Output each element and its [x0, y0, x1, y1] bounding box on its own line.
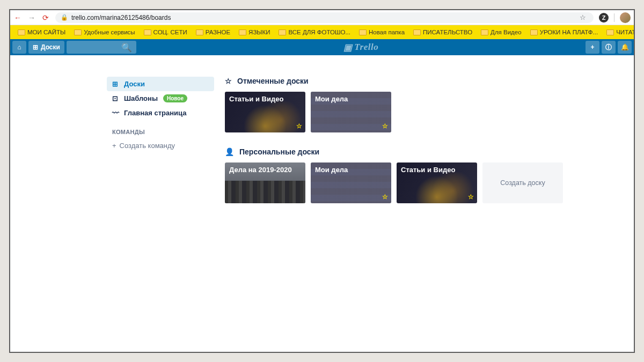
board-card[interactable]: Статьи и Видео ☆: [397, 162, 477, 203]
bookmarks-bar: МОИ САЙТЫ Удобные сервисы СОЦ. СЕТИ РАЗН…: [10, 25, 634, 39]
board-card[interactable]: Мои дела ☆: [311, 162, 391, 203]
section-title-teams: КОМАНДЫ: [107, 120, 214, 138]
star-icon[interactable]: ☆: [296, 122, 302, 130]
bookmark-folder[interactable]: Удобные сервисы: [71, 29, 138, 35]
board-card[interactable]: Мои дела ☆: [311, 92, 391, 132]
bookmark-folder[interactable]: ЧИТАТЬ и Считать: [603, 29, 634, 35]
url-text: trello.com/marina26125486/boards: [71, 14, 171, 21]
boards-icon: ⊞: [112, 80, 120, 88]
boards-button[interactable]: ⊞Доски: [28, 41, 64, 54]
url-bar[interactable]: 🔒 trello.com/marina26125486/boards ☆: [55, 12, 594, 23]
bookmark-folder[interactable]: МОИ САЙТЫ: [14, 29, 69, 35]
sidebar-item-home[interactable]: 〰 Главная страница: [107, 106, 214, 120]
pulse-icon: 〰: [112, 109, 120, 117]
create-button[interactable]: +: [586, 41, 599, 54]
sidebar-item-boards[interactable]: ⊞ Доски: [107, 77, 214, 91]
lock-icon: 🔒: [61, 14, 68, 21]
star-icon: ☆: [225, 77, 232, 85]
section-personal: 👤 Персональные доски: [225, 147, 623, 156]
new-badge: Новое: [163, 94, 187, 102]
back-button[interactable]: ←: [13, 13, 22, 22]
templates-icon: ⊡: [112, 94, 120, 102]
forward-button[interactable]: →: [27, 13, 36, 22]
main-content: ☆ Отмеченные доски Статьи и Видео ☆ Мои …: [214, 77, 634, 352]
bookmark-folder[interactable]: УРОКИ НА ПЛАТФ...: [527, 29, 602, 35]
bookmark-folder[interactable]: Для Видео: [478, 29, 525, 35]
notifications-button[interactable]: 🔔: [618, 41, 632, 54]
board-card[interactable]: Дела на 2019-2020: [225, 162, 305, 203]
search-input[interactable]: 🔍: [67, 41, 136, 54]
sidebar: ⊞ Доски ⊡ Шаблоны Новое 〰 Главная страни…: [107, 77, 214, 352]
search-icon: 🔍: [121, 42, 132, 53]
trello-header: ⌂ ⊞Доски 🔍 ▣Trello + ⓘ 🔔: [10, 39, 634, 55]
sidebar-item-templates[interactable]: ⊡ Шаблоны Новое: [107, 91, 214, 106]
bookmark-folder[interactable]: ПИСАТЕЛЬСТВО: [410, 29, 475, 35]
boards-icon: ⊞: [33, 43, 38, 51]
extension-icon[interactable]: Z: [599, 13, 609, 23]
divider: [614, 13, 614, 22]
reload-button[interactable]: ⟳: [41, 13, 50, 22]
person-icon: 👤: [225, 147, 234, 156]
board-card[interactable]: Статьи и Видео ☆: [225, 92, 305, 132]
bookmark-star-icon[interactable]: ☆: [580, 13, 586, 21]
bookmark-folder[interactable]: Новая папка: [356, 29, 408, 35]
logo-icon: ▣: [343, 42, 353, 53]
create-board-button[interactable]: Создать доску: [482, 162, 563, 203]
star-icon[interactable]: ☆: [468, 193, 474, 201]
plus-icon: +: [112, 142, 116, 150]
home-button[interactable]: ⌂: [12, 41, 26, 54]
bookmark-folder[interactable]: ЯЗЫКИ: [236, 29, 273, 35]
bookmark-folder[interactable]: ВСЕ ДЛЯ ФОТОШО...: [275, 29, 354, 35]
section-starred: ☆ Отмеченные доски: [225, 77, 623, 85]
create-team-button[interactable]: +Создать команду: [107, 138, 214, 153]
profile-avatar[interactable]: [620, 12, 631, 23]
star-icon[interactable]: ☆: [382, 122, 388, 130]
bookmark-folder[interactable]: РАЗНОЕ: [193, 29, 233, 35]
star-icon[interactable]: ☆: [382, 193, 388, 201]
info-button[interactable]: ⓘ: [602, 41, 616, 54]
trello-logo[interactable]: ▣Trello: [138, 42, 583, 53]
bookmark-folder[interactable]: СОЦ. СЕТИ: [141, 29, 191, 35]
browser-nav-bar: ← → ⟳ 🔒 trello.com/marina26125486/boards…: [10, 10, 634, 25]
